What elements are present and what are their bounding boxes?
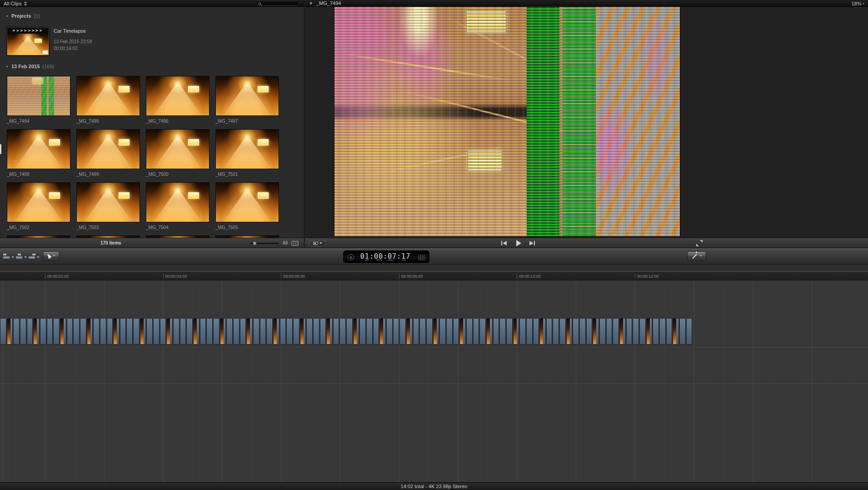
timeline-clip[interactable] bbox=[233, 318, 239, 345]
timeline-clip[interactable] bbox=[7, 318, 13, 345]
timeline-clip[interactable] bbox=[306, 318, 313, 345]
timeline-clip[interactable] bbox=[67, 318, 73, 345]
timeline-clip[interactable] bbox=[286, 318, 293, 345]
timeline-clip[interactable] bbox=[653, 318, 659, 345]
clip-thumbnail[interactable] bbox=[215, 182, 279, 222]
fullscreen-button[interactable] bbox=[696, 240, 703, 246]
timeline-clip[interactable] bbox=[433, 318, 439, 345]
timeline-clip[interactable] bbox=[453, 318, 459, 345]
timeline-clip[interactable] bbox=[166, 318, 173, 345]
timeline-clip[interactable] bbox=[559, 318, 566, 345]
clip-filter-dropdown[interactable]: All Clips bbox=[4, 0, 27, 7]
timeline-clip[interactable] bbox=[180, 318, 186, 345]
timeline-clip[interactable] bbox=[73, 318, 80, 345]
timeline-clip[interactable] bbox=[553, 318, 559, 345]
timeline-clip[interactable] bbox=[386, 318, 393, 345]
timeline-clip[interactable] bbox=[533, 318, 539, 345]
timeline-clip[interactable] bbox=[419, 318, 426, 345]
timeline-clip[interactable] bbox=[413, 318, 419, 345]
timeline-clip[interactable] bbox=[566, 318, 573, 345]
clip-item[interactable]: _MG_7505 bbox=[215, 182, 279, 230]
clip-thumbnail[interactable] bbox=[7, 76, 70, 116]
timeline-clip[interactable] bbox=[539, 318, 546, 345]
timeline-clip[interactable] bbox=[226, 318, 233, 345]
clip-item[interactable]: _MG_7503 bbox=[76, 182, 140, 230]
clip-thumbnail[interactable] bbox=[76, 182, 140, 222]
timeline-clip[interactable] bbox=[173, 318, 180, 345]
timeline-clip[interactable] bbox=[493, 318, 499, 345]
clip-thumbnail[interactable] bbox=[76, 129, 140, 169]
timeline-clip[interactable] bbox=[466, 318, 473, 345]
timeline-clip[interactable] bbox=[406, 318, 413, 345]
timeline-clip[interactable] bbox=[293, 318, 299, 345]
timeline-clip[interactable] bbox=[100, 318, 106, 345]
timeline-clip[interactable] bbox=[133, 318, 140, 345]
timeline-clip[interactable] bbox=[479, 318, 486, 345]
timeline-clip[interactable] bbox=[313, 318, 319, 345]
clip-thumbnail[interactable] bbox=[146, 76, 210, 116]
timeline-clip[interactable] bbox=[659, 318, 666, 345]
timeline-clip[interactable] bbox=[499, 318, 506, 345]
timeline-clip[interactable] bbox=[513, 318, 519, 345]
clip-thumbnail[interactable] bbox=[215, 129, 279, 169]
timeline-clip[interactable] bbox=[633, 318, 639, 345]
play-button[interactable] bbox=[513, 240, 524, 247]
timeline-clip[interactable] bbox=[626, 318, 633, 345]
timeline-ruler[interactable]: 00:00:02:0000:00:04:0000:00:06:0000:00:0… bbox=[0, 271, 868, 280]
video-frame[interactable] bbox=[334, 7, 680, 236]
clip-thumbnail[interactable] bbox=[146, 182, 210, 222]
timeline-clip[interactable] bbox=[153, 318, 160, 345]
zoom-dropdown[interactable]: 18% ▾ bbox=[851, 0, 864, 7]
timeline-body[interactable] bbox=[0, 281, 868, 482]
timeline-clip[interactable] bbox=[446, 318, 453, 345]
clip-thumbnail[interactable] bbox=[7, 129, 70, 169]
clip-item[interactable]: _MG_7504 bbox=[146, 182, 210, 230]
timeline-clip[interactable] bbox=[200, 318, 206, 345]
clip-item[interactable]: _MG_7498 bbox=[7, 129, 70, 177]
timeline-clip[interactable] bbox=[526, 318, 533, 345]
timeline-clip[interactable] bbox=[160, 318, 166, 345]
timeline-clip[interactable] bbox=[593, 318, 599, 345]
background-task-badge[interactable]: 8 bbox=[348, 254, 354, 260]
timeline-clip[interactable] bbox=[280, 318, 286, 345]
timeline-clip[interactable] bbox=[40, 318, 46, 345]
clip-item[interactable]: _MG_7497 bbox=[215, 76, 279, 124]
timeline-clip[interactable] bbox=[686, 318, 693, 345]
timeline-clip[interactable] bbox=[353, 318, 359, 345]
timeline-clip[interactable] bbox=[126, 318, 133, 345]
timeline-clip[interactable] bbox=[47, 318, 53, 345]
connect-edit-button[interactable] bbox=[3, 254, 14, 259]
clip-item[interactable]: _MG_7501 bbox=[215, 129, 279, 177]
previous-frame-button[interactable] bbox=[498, 240, 509, 247]
clip-item[interactable]: _MG_7495 bbox=[76, 76, 140, 124]
timeline-clip[interactable] bbox=[13, 318, 20, 345]
timeline-clip[interactable] bbox=[359, 318, 366, 345]
duration-filter-label[interactable]: All bbox=[283, 238, 288, 248]
projects-section-header[interactable]: ▼ Projects (1) bbox=[5, 13, 40, 19]
timeline-clip[interactable] bbox=[80, 318, 86, 345]
timeline-clip[interactable] bbox=[439, 318, 446, 345]
slider-knob[interactable] bbox=[253, 241, 257, 245]
disclosure-triangle-icon[interactable]: ▼ bbox=[5, 15, 9, 18]
timeline-clip[interactable] bbox=[186, 318, 193, 345]
enhancements-button[interactable] bbox=[687, 251, 706, 261]
timeline-clip[interactable] bbox=[266, 318, 273, 345]
clip-item[interactable]: _MG_7496 bbox=[146, 76, 210, 124]
project-item[interactable]: >>>>>>>> Car Timelapse 13 Feb 2015 22:58… bbox=[7, 27, 299, 56]
timeline-clip[interactable] bbox=[613, 318, 619, 345]
insert-edit-button[interactable] bbox=[16, 254, 27, 259]
timeline-clip[interactable] bbox=[519, 318, 526, 345]
timeline-clip[interactable] bbox=[506, 318, 513, 345]
timeline-clip[interactable] bbox=[426, 318, 433, 345]
timeline-clip[interactable] bbox=[120, 318, 126, 345]
clip-item[interactable]: _MG_7494 bbox=[7, 76, 70, 124]
timeline-clip[interactable] bbox=[206, 318, 213, 345]
timeline-clip[interactable] bbox=[213, 318, 219, 345]
timeline-clip[interactable] bbox=[220, 318, 226, 345]
timeline-clip[interactable] bbox=[273, 318, 279, 345]
timeline-clip[interactable] bbox=[586, 318, 593, 345]
event-section-header[interactable]: ▼ 13 Feb 2015 (169) bbox=[5, 64, 54, 69]
timeline-clip[interactable] bbox=[107, 318, 113, 345]
panel-resize-handle[interactable] bbox=[0, 144, 1, 154]
timeline-clip[interactable] bbox=[373, 318, 379, 345]
